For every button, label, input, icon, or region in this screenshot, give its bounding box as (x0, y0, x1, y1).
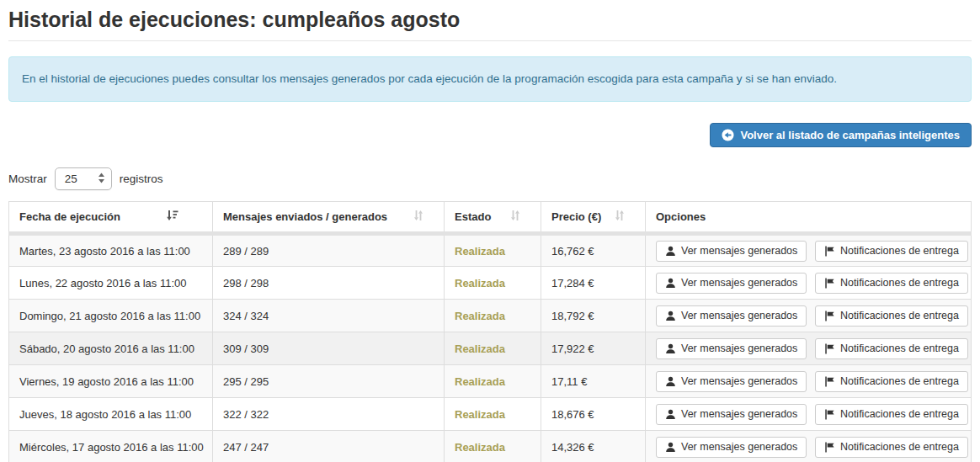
column-header-fecha[interactable]: Fecha de ejecución (9, 202, 213, 234)
toolbar: Volver al listado de campañas inteligent… (8, 123, 972, 148)
cell-precio: 17,11 € (541, 365, 646, 398)
cell-opciones: Ver mensajes generados Notificaciones de… (646, 300, 972, 332)
cell-fecha: Jueves, 18 agosto 2016 a las 11:00 (9, 398, 213, 431)
page-title: Historial de ejecuciones: cumpleaños ago… (8, 0, 972, 41)
sort-both-icon (413, 210, 423, 224)
arrow-circle-left-icon (722, 129, 734, 141)
status-badge: Realizada (445, 398, 541, 431)
notificaciones-label: Notificaciones de entrega (840, 441, 959, 454)
ver-mensajes-button[interactable]: Ver mensajes generados (656, 437, 807, 458)
ver-mensajes-button[interactable]: Ver mensajes generados (656, 371, 807, 392)
column-label: Precio (€) (551, 210, 601, 223)
status-badge: Realizada (445, 300, 541, 332)
flag-icon (824, 442, 835, 453)
flag-icon (824, 343, 835, 354)
ver-mensajes-button[interactable]: Ver mensajes generados (656, 404, 807, 425)
cell-fecha: Sábado, 20 agosto 2016 a las 11:00 (9, 332, 213, 365)
column-header-precio[interactable]: Precio (€) (541, 202, 646, 234)
table-row: Martes, 23 agosto 2016 a las 11:00 289 /… (9, 234, 972, 267)
cell-opciones: Ver mensajes generados Notificaciones de… (646, 332, 972, 365)
ver-mensajes-button[interactable]: Ver mensajes generados (656, 273, 807, 294)
cell-precio: 18,676 € (541, 398, 646, 431)
table-row: Lunes, 22 agosto 2016 a las 11:00 298 / … (9, 267, 972, 300)
cell-fecha: Domingo, 21 agosto 2016 a las 11:00 (9, 300, 213, 332)
notificaciones-button[interactable]: Notificaciones de entrega (815, 404, 968, 425)
table-row: Sábado, 20 agosto 2016 a las 11:00 309 /… (9, 332, 972, 365)
notificaciones-label: Notificaciones de entrega (840, 310, 959, 322)
notificaciones-button[interactable]: Notificaciones de entrega (815, 273, 968, 294)
flag-icon (824, 376, 835, 387)
cell-mensajes: 295 / 295 (213, 365, 445, 398)
cell-fecha: Lunes, 22 agosto 2016 a las 11:00 (9, 267, 213, 300)
status-badge: Realizada (445, 431, 541, 462)
flag-icon (824, 246, 835, 257)
cell-opciones: Ver mensajes generados Notificaciones de… (646, 365, 972, 398)
cell-precio: 14,326 € (541, 431, 646, 462)
table-row: Domingo, 21 agosto 2016 a las 11:00 324 … (9, 300, 972, 332)
notificaciones-label: Notificaciones de entrega (840, 277, 959, 289)
back-to-campaigns-button[interactable]: Volver al listado de campañas inteligent… (710, 123, 972, 148)
user-icon (665, 311, 676, 321)
table-header-row: Fecha de ejecución (9, 202, 972, 234)
ver-mensajes-button[interactable]: Ver mensajes generados (656, 305, 807, 327)
notificaciones-label: Notificaciones de entrega (840, 408, 959, 421)
length-control: Mostrar 25 registros (8, 167, 972, 190)
user-icon (665, 343, 676, 354)
notificaciones-button[interactable]: Notificaciones de entrega (815, 338, 968, 359)
page-length-select[interactable]: 25 (55, 167, 112, 190)
table-row: Viernes, 19 agosto 2016 a las 11:00 295 … (9, 365, 972, 398)
ver-mensajes-label: Ver mensajes generados (681, 310, 797, 322)
ver-mensajes-label: Ver mensajes generados (681, 343, 797, 355)
cell-fecha: Martes, 23 agosto 2016 a las 11:00 (9, 234, 213, 267)
table-row: Jueves, 18 agosto 2016 a las 11:00 322 /… (9, 398, 972, 431)
page-length-value: 25 (65, 173, 77, 185)
cell-fecha: Miércoles, 17 agosto 2016 a las 11:00 (9, 431, 213, 462)
status-badge: Realizada (445, 365, 541, 398)
sort-both-icon (615, 210, 625, 224)
column-label: Estado (455, 210, 491, 223)
column-label: Mensajes enviados / generados (223, 210, 387, 223)
ver-mensajes-label: Ver mensajes generados (681, 245, 797, 258)
cell-mensajes: 322 / 322 (213, 398, 445, 431)
ver-mensajes-button[interactable]: Ver mensajes generados (656, 241, 807, 262)
column-header-mensajes[interactable]: Mensajes enviados / generados (213, 202, 445, 234)
user-icon (665, 376, 676, 387)
column-label: Opciones (656, 210, 706, 223)
length-prefix-label: Mostrar (8, 173, 47, 185)
cell-fecha: Viernes, 19 agosto 2016 a las 11:00 (9, 365, 213, 398)
ver-mensajes-button[interactable]: Ver mensajes generados (656, 338, 807, 359)
notificaciones-button[interactable]: Notificaciones de entrega (815, 305, 968, 327)
column-label: Fecha de ejecución (19, 210, 120, 223)
cell-precio: 17,284 € (541, 267, 646, 300)
cell-precio: 18,792 € (541, 300, 646, 332)
column-header-estado[interactable]: Estado (445, 202, 541, 234)
cell-opciones: Ver mensajes generados Notificaciones de… (646, 267, 972, 300)
info-alert: En el historial de ejecuciones puedes co… (8, 56, 972, 102)
user-icon (665, 409, 676, 420)
cell-precio: 16,762 € (541, 234, 646, 267)
cell-precio: 17,922 € (541, 332, 646, 365)
select-stepper-icon (98, 172, 105, 187)
cell-opciones: Ver mensajes generados Notificaciones de… (646, 431, 972, 462)
user-icon (665, 246, 676, 257)
page: Historial de ejecuciones: cumpleaños ago… (0, 0, 980, 462)
flag-icon (824, 278, 835, 289)
status-badge: Realizada (445, 332, 541, 365)
status-badge: Realizada (445, 267, 541, 300)
notificaciones-button[interactable]: Notificaciones de entrega (815, 371, 968, 392)
cell-mensajes: 309 / 309 (213, 332, 445, 365)
notificaciones-button[interactable]: Notificaciones de entrega (815, 241, 968, 262)
status-badge: Realizada (445, 234, 541, 267)
user-icon (665, 442, 676, 453)
flag-icon (824, 311, 835, 321)
sort-both-icon (510, 210, 520, 224)
cell-mensajes: 324 / 324 (213, 300, 445, 332)
cell-mensajes: 298 / 298 (213, 267, 445, 300)
notificaciones-label: Notificaciones de entrega (840, 343, 959, 355)
ver-mensajes-label: Ver mensajes generados (681, 375, 797, 388)
ver-mensajes-label: Ver mensajes generados (681, 441, 797, 454)
ver-mensajes-label: Ver mensajes generados (681, 277, 797, 289)
notificaciones-button[interactable]: Notificaciones de entrega (815, 437, 968, 458)
length-suffix-label: registros (120, 173, 163, 185)
table-row: Miércoles, 17 agosto 2016 a las 11:00 24… (9, 431, 972, 462)
